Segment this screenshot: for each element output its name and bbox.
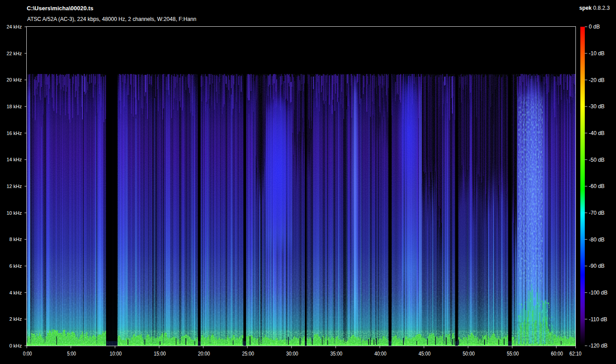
svg-text:-120 dB: -120 dB [589,343,608,349]
svg-text:45:00: 45:00 [419,351,431,357]
svg-text:C:\Users\micha\00020.ts: C:\Users\micha\00020.ts [27,5,94,12]
svg-text:60:00: 60:00 [551,351,563,357]
svg-text:0 kHz: 0 kHz [9,343,22,348]
svg-text:14 kHz: 14 kHz [7,157,22,162]
svg-text:0:00: 0:00 [23,351,32,357]
svg-text:4 kHz: 4 kHz [9,290,22,295]
svg-text:62:10: 62:10 [570,351,582,357]
svg-text:40:00: 40:00 [374,351,386,357]
svg-text:5:00: 5:00 [67,351,76,357]
svg-text:35:00: 35:00 [330,351,342,357]
svg-text:20 kHz: 20 kHz [7,77,22,82]
svg-text:55:00: 55:00 [507,351,519,357]
svg-text:-110 dB: -110 dB [589,316,607,323]
svg-text:15:00: 15:00 [154,351,166,357]
svg-text:10 kHz: 10 kHz [7,210,22,216]
svg-text:-40 dB: -40 dB [589,130,604,136]
svg-text:22 kHz: 22 kHz [7,51,22,56]
svg-text:12 kHz: 12 kHz [7,184,22,189]
svg-text:20:00: 20:00 [198,351,210,357]
svg-text:-50 dB: -50 dB [589,157,604,163]
svg-text:-80 dB: -80 dB [589,237,604,243]
svg-text:ATSC A/52A (AC-3), 224 kbps, 4: ATSC A/52A (AC-3), 224 kbps, 48000 Hz, 2… [27,16,196,22]
svg-text:-90 dB: -90 dB [589,263,604,269]
svg-text:25:00: 25:00 [242,351,254,357]
svg-text:-20 dB: -20 dB [589,77,604,83]
svg-text:18 kHz: 18 kHz [7,104,22,109]
svg-text:spek 0.8.2.3: spek 0.8.2.3 [579,5,610,11]
svg-text:-10 dB: -10 dB [589,50,604,57]
svg-text:16 kHz: 16 kHz [7,131,22,136]
svg-text:10:00: 10:00 [110,351,122,357]
svg-text:2 kHz: 2 kHz [9,316,22,322]
svg-text:50:00: 50:00 [463,351,475,357]
svg-text:6 kHz: 6 kHz [9,263,22,269]
svg-text:0 dB: 0 dB [589,24,600,30]
svg-text:-60 dB: -60 dB [589,183,604,189]
svg-text:24 kHz: 24 kHz [7,24,22,29]
svg-text:-100 dB: -100 dB [589,290,608,296]
svg-text:30:00: 30:00 [286,351,298,357]
svg-text:-70 dB: -70 dB [589,210,604,216]
svg-text:-30 dB: -30 dB [589,103,604,110]
svg-text:8 kHz: 8 kHz [9,237,22,242]
